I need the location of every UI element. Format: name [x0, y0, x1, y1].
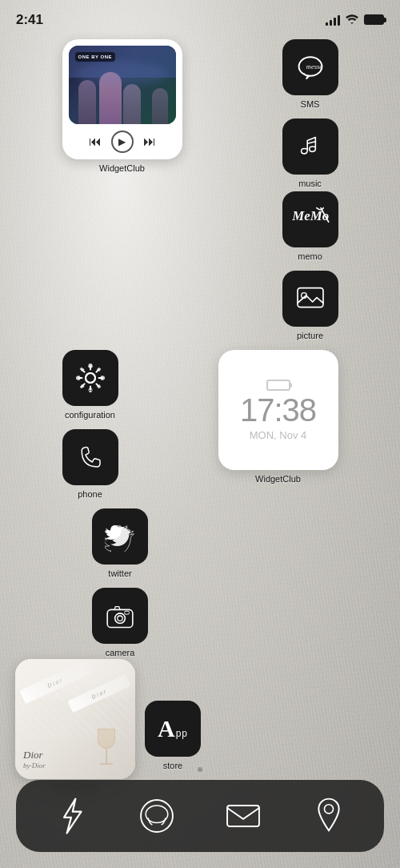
camera-icon	[105, 601, 135, 631]
app-configuration[interactable]: configuration	[62, 350, 118, 420]
appstore-a: A	[158, 717, 175, 741]
music-controls[interactable]: ⏮ ▶ ⏭	[85, 131, 160, 153]
camera-label: camera	[106, 648, 135, 657]
sms-icon: messe	[294, 53, 326, 82]
twitter-icon-box[interactable]	[92, 508, 148, 565]
sms-label: SMS	[301, 99, 320, 109]
music-icon	[295, 131, 326, 162]
camera-icon-box[interactable]	[92, 588, 148, 644]
widget-clock[interactable]: 17:38 MON, Nov 4 WidgetClub	[218, 350, 338, 484]
svg-rect-3	[298, 288, 323, 307]
sms-icon-box[interactable]: messe	[282, 39, 338, 95]
picture-icon-box[interactable]	[282, 271, 338, 327]
status-bar: 2:41	[0, 0, 400, 35]
widget-music-label: WidgetClub	[99, 163, 145, 173]
picture-label: picture	[297, 331, 323, 340]
appstore-label: store	[163, 761, 182, 770]
twitter-label: twitter	[108, 569, 131, 578]
wifi-icon	[345, 13, 359, 26]
clock-date: MON, Nov 4	[250, 429, 307, 441]
appstore-pp: pp	[176, 728, 188, 739]
memo-label: memo	[298, 251, 322, 261]
phone-icon	[76, 443, 105, 472]
dock-mail[interactable]	[220, 793, 266, 839]
svg-rect-10	[125, 611, 130, 614]
clock-widget-box: 17:38 MON, Nov 4	[218, 350, 338, 470]
flash-icon	[57, 796, 86, 836]
music-icon-box[interactable]	[282, 119, 338, 175]
phone-icon-box[interactable]	[62, 429, 118, 485]
page-indicator	[198, 767, 202, 772]
dock	[16, 780, 384, 852]
maps-icon	[314, 796, 344, 836]
svg-point-8	[115, 613, 126, 624]
app-music[interactable]: music	[282, 119, 338, 188]
app-phone[interactable]: phone	[62, 429, 118, 499]
svg-text:messe: messe	[306, 62, 322, 70]
prev-button[interactable]: ⏮	[89, 135, 102, 149]
dock-flash[interactable]	[48, 793, 94, 839]
app-appstore[interactable]: A pp store	[145, 701, 201, 770]
clock-widget-label: WidgetClub	[255, 474, 301, 484]
next-button[interactable]: ⏭	[143, 135, 156, 149]
dior-widget-box: Dior Dior	[15, 659, 135, 779]
app-camera[interactable]: camera	[92, 588, 148, 657]
battery-icon	[364, 14, 384, 25]
app-sms[interactable]: messe SMS	[282, 39, 338, 109]
clock-battery-icon	[266, 380, 290, 391]
config-label: configuration	[65, 410, 115, 420]
widget-music[interactable]: ONE BY ONE ⏮ ▶ ⏭ WidgetClub	[62, 39, 182, 173]
status-time: 2:41	[16, 12, 43, 28]
music-badge: ONE BY ONE	[75, 52, 116, 62]
music-label: music	[298, 179, 322, 188]
signal-icon	[326, 14, 340, 26]
svg-point-6	[86, 373, 95, 383]
svg-point-14	[325, 805, 334, 814]
app-picture[interactable]: picture	[282, 271, 338, 340]
svg-rect-13	[227, 806, 259, 826]
mail-icon	[225, 802, 262, 830]
app-memo[interactable]: MeMo memo	[282, 191, 338, 261]
memo-icon-box[interactable]: MeMo	[282, 191, 338, 247]
app-twitter[interactable]: twitter	[92, 508, 148, 578]
play-button[interactable]: ▶	[111, 131, 134, 153]
twitter-icon	[105, 521, 135, 552]
config-icon-box[interactable]	[62, 350, 118, 406]
widget-dior[interactable]: Dior Dior	[15, 659, 135, 793]
appstore-icon-box[interactable]: A pp	[145, 701, 201, 757]
svg-point-9	[118, 616, 122, 621]
status-icons	[326, 13, 384, 26]
svg-text:MeMo: MeMo	[291, 208, 329, 223]
clock-time: 17:38	[240, 394, 316, 426]
gear-icon	[74, 362, 106, 394]
dock-maps[interactable]	[306, 793, 352, 839]
picture-icon	[294, 283, 326, 314]
dock-line[interactable]	[134, 793, 180, 839]
memo-icon: MeMo	[290, 203, 331, 236]
phone-label: phone	[78, 489, 102, 499]
line-icon	[138, 798, 175, 834]
